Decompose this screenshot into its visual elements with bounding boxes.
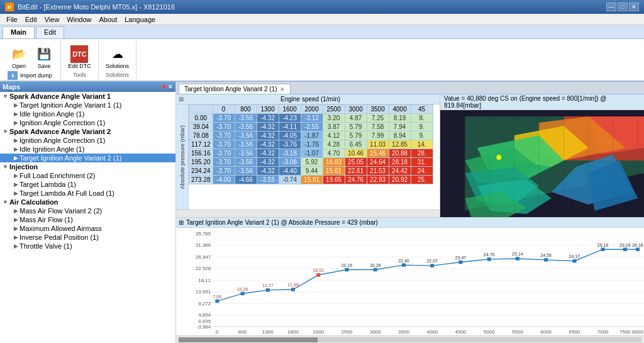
cell-4-1[interactable]: -3.56: [235, 149, 257, 158]
category-air[interactable]: ▼ Air Calculation: [0, 198, 175, 206]
tree-item-correction-1[interactable]: ▶ Ignition Angle Correction (1): [0, 118, 175, 127]
tree-item-idle-1[interactable]: ▶ Idle Ignition Angle (1): [0, 110, 175, 118]
cell-2-9[interactable]: 9.: [411, 132, 433, 140]
tree-item-target-ignition-2[interactable]: ▶ Target Ignition Angle Variant 2 (1): [0, 154, 175, 162]
data-table-wrapper[interactable]: 0 800 1300 1600 2000 2500 3000 3500 4000: [189, 104, 440, 210]
doc-tab-active[interactable]: Target Ignition Angle Variant 2 (1) ✕: [179, 84, 291, 94]
panel-close-icon[interactable]: ✕: [168, 84, 173, 90]
cell-1-7[interactable]: 7.58: [367, 123, 389, 132]
tree-item-idle-2[interactable]: ▶ Idle Ignition Angle (1): [0, 145, 175, 154]
tree-item-target-ignition-1[interactable]: ▶ Target Ignition Angle Variant 1 (1): [0, 101, 175, 110]
cell-4-8[interactable]: 20.88: [389, 149, 411, 158]
table-row[interactable]: 117.12-3.70-3.56-4.32-3.76-1.764.286.451…: [189, 140, 433, 149]
titlebar-controls[interactable]: — □ ✕: [606, 3, 639, 11]
cell-3-4[interactable]: -1.76: [301, 140, 323, 149]
solutions-button[interactable]: ☁ Solutions: [104, 44, 130, 70]
cell-1-8[interactable]: 7.94: [389, 123, 411, 132]
cell-7-5[interactable]: 19.65: [323, 176, 345, 184]
save-button[interactable]: 💾 Save: [33, 44, 55, 70]
cell-6-3[interactable]: -4.40: [279, 167, 301, 176]
cell-7-9[interactable]: 25.: [411, 176, 433, 184]
cell-6-7[interactable]: 21.53: [367, 167, 389, 176]
cell-3-7[interactable]: 11.03: [367, 140, 389, 149]
menu-edit[interactable]: Edit: [21, 15, 41, 24]
cell-0-5[interactable]: 3.20: [323, 114, 345, 123]
cell-0-0[interactable]: -3.70: [213, 114, 235, 123]
tree-item-correction-2[interactable]: ▶ Ignition Angle Correction (1): [0, 136, 175, 145]
category-spark-advance-1[interactable]: ▼ Spark Advance Angle Variant 1: [0, 92, 175, 101]
table-row[interactable]: 39.04-3.70-3.56-4.32-4.11-2.553.875.797.…: [189, 123, 433, 132]
cell-5-5[interactable]: 16.83: [323, 158, 345, 167]
cell-3-2[interactable]: -4.32: [257, 140, 279, 149]
cell-0-6[interactable]: 4.87: [345, 114, 367, 123]
cell-4-4[interactable]: -1.07: [301, 149, 323, 158]
table-row[interactable]: 78.08-3.70-3.56-4.32-4.05-1.874.125.797.…: [189, 132, 433, 140]
tree-item-throttle[interactable]: ▶ Throttle Valve (1): [0, 242, 175, 250]
cell-0-9[interactable]: 8.: [411, 114, 433, 123]
cell-0-4[interactable]: -3.12: [301, 114, 323, 123]
cell-2-4[interactable]: -1.87: [301, 132, 323, 140]
cell-0-2[interactable]: -4.32: [257, 114, 279, 123]
table-row[interactable]: 234.24-3.70-3.56-4.32-4.409.4415.6122.61…: [189, 167, 433, 176]
cell-2-1[interactable]: -3.56: [235, 132, 257, 140]
table-row[interactable]: 195.20-3.70-3.56-4.32-3.085.9216.8325.05…: [189, 158, 433, 167]
bottom-scroll-thumb[interactable]: [179, 337, 318, 342]
cell-3-1[interactable]: -3.56: [235, 140, 257, 149]
import-dump-button[interactable]: ⬇ Import dump: [8, 70, 55, 81]
cell-5-3[interactable]: -3.08: [279, 158, 301, 167]
edit-dtc-button[interactable]: DTC Edit DTC: [67, 44, 92, 70]
cell-7-3[interactable]: -0.74: [279, 176, 301, 184]
cell-5-6[interactable]: 25.05: [345, 158, 367, 167]
cell-4-0[interactable]: -3.70: [213, 149, 235, 158]
cell-7-6[interactable]: 24.76: [345, 176, 367, 184]
table-row[interactable]: 0.00-3.70-3.56-4.32-4.23-3.123.204.877.2…: [189, 114, 433, 123]
table-row[interactable]: 156.16-3.70-3.56-4.32-3.18-1.074.7010.46…: [189, 149, 433, 158]
cell-1-4[interactable]: -2.55: [301, 123, 323, 132]
cell-3-0[interactable]: -3.70: [213, 140, 235, 149]
bottom-scrollbar[interactable]: [176, 335, 644, 343]
cell-3-3[interactable]: -3.76: [279, 140, 301, 149]
cell-0-7[interactable]: 7.25: [367, 114, 389, 123]
cell-2-7[interactable]: 7.99: [367, 132, 389, 140]
cell-1-2[interactable]: -4.32: [257, 123, 279, 132]
cell-0-1[interactable]: -3.56: [235, 114, 257, 123]
open-button[interactable]: 📂 Open: [8, 44, 30, 70]
cell-5-0[interactable]: -3.70: [213, 158, 235, 167]
minimize-button[interactable]: —: [606, 3, 616, 11]
cell-3-8[interactable]: 12.85: [389, 140, 411, 149]
cell-4-3[interactable]: -3.18: [279, 149, 301, 158]
cell-2-0[interactable]: -3.70: [213, 132, 235, 140]
cell-1-0[interactable]: -3.70: [213, 123, 235, 132]
bottom-ctrl-icon[interactable]: ⊞: [179, 219, 184, 226]
cell-2-3[interactable]: -4.05: [279, 132, 301, 140]
tab-main[interactable]: Main: [3, 26, 35, 38]
cell-6-5[interactable]: 15.61: [323, 167, 345, 176]
doc-tab-close[interactable]: ✕: [280, 86, 285, 93]
cell-2-5[interactable]: 4.12: [323, 132, 345, 140]
pin-icon[interactable]: 📌: [160, 84, 167, 90]
cell-4-2[interactable]: -4.32: [257, 149, 279, 158]
bottom-scroll-track[interactable]: [179, 337, 641, 342]
cell-6-4[interactable]: 9.44: [301, 167, 323, 176]
cell-2-2[interactable]: -4.32: [257, 132, 279, 140]
cell-6-1[interactable]: -3.56: [235, 167, 257, 176]
cell-7-4[interactable]: 15.81: [301, 176, 323, 184]
cell-0-3[interactable]: -4.23: [279, 114, 301, 123]
cell-6-9[interactable]: 24.: [411, 167, 433, 176]
cell-7-2[interactable]: -3.55: [257, 176, 279, 184]
tree-item-inverse-pedal[interactable]: ▶ Inverse Pedal Position (1): [0, 233, 175, 242]
cell-2-8[interactable]: 8.94: [389, 132, 411, 140]
tab-edit[interactable]: Edit: [36, 26, 64, 38]
cell-6-0[interactable]: -3.70: [213, 167, 235, 176]
cell-3-5[interactable]: 4.28: [323, 140, 345, 149]
cell-2-6[interactable]: 5.79: [345, 132, 367, 140]
cell-1-5[interactable]: 3.87: [323, 123, 345, 132]
table-row[interactable]: 273.28-4.00-4.66-3.55-0.7415.8119.6524.7…: [189, 176, 433, 184]
cell-1-3[interactable]: -4.11: [279, 123, 301, 132]
category-injection[interactable]: ▼ Injection: [0, 162, 175, 171]
menu-file[interactable]: File: [3, 15, 21, 24]
cell-5-2[interactable]: -4.32: [257, 158, 279, 167]
tree-item-max-airmass[interactable]: ▶ Maximum Allowed Airmass: [0, 224, 175, 233]
cell-5-7[interactable]: 24.64: [367, 158, 389, 167]
cell-1-9[interactable]: 9.: [411, 123, 433, 132]
